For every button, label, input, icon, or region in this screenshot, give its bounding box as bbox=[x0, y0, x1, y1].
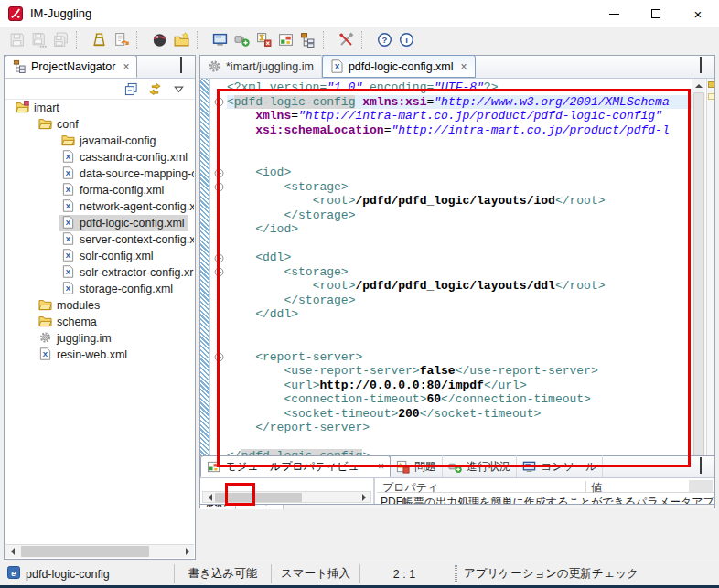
view-menu-icon[interactable] bbox=[169, 80, 188, 98]
module-list-hscrollbar[interactable] bbox=[202, 491, 371, 503]
column-value[interactable]: 値 bbox=[591, 480, 602, 496]
scrollbar-thumb[interactable] bbox=[693, 92, 704, 465]
scrollbar-thumb[interactable] bbox=[215, 493, 302, 502]
tree-item-juggling-im[interactable]: juggling.im bbox=[5, 330, 194, 347]
maximize-icon bbox=[180, 57, 182, 73]
link-with-editor-icon[interactable] bbox=[145, 80, 164, 98]
tab-progress[interactable]: 進行状況 bbox=[443, 455, 517, 477]
tab-console[interactable]: コンソール bbox=[517, 455, 603, 477]
code-line bbox=[227, 435, 692, 450]
tree-item-pdfd-logic-config-xml[interactable]: Xpdfd-logic-config.xml bbox=[5, 215, 194, 231]
tab-problems[interactable]: 問題 bbox=[391, 455, 443, 477]
close-icon[interactable]: × bbox=[378, 460, 384, 473]
occurrence-marker[interactable] bbox=[708, 93, 714, 100]
close-button[interactable]: × bbox=[677, 0, 719, 27]
collapse-all-icon[interactable] bbox=[122, 80, 140, 98]
module-status-icon[interactable] bbox=[252, 29, 274, 50]
column-property[interactable]: プロパティ bbox=[382, 480, 438, 496]
tab-pdfd-logic-config-xml[interactable]: X pdfd-logic-config.xml × bbox=[322, 55, 476, 78]
status-writable: 書き込み可能 bbox=[176, 561, 270, 586]
tree-item-modules[interactable]: modules bbox=[5, 297, 194, 314]
tree-item-data-source-mapping-c[interactable]: Xdata-source-mapping-c bbox=[5, 166, 194, 182]
scroll-up-icon[interactable] bbox=[692, 79, 705, 92]
code-line: </iod> bbox=[227, 222, 692, 237]
property-row[interactable]: PDF帳票の出力処理を簡単に作成することができるパラメータアプリケーションです bbox=[381, 495, 714, 504]
build-jar-icon[interactable] bbox=[88, 29, 110, 50]
scrollbar-thumb[interactable] bbox=[21, 546, 149, 557]
tools-icon[interactable] bbox=[335, 29, 357, 50]
maximize-icon bbox=[700, 457, 702, 474]
xml-source-editor[interactable]: <?xml version="1.0" encoding="UTF-8"?><p… bbox=[227, 79, 692, 478]
toolbar-separator bbox=[197, 31, 205, 49]
scroll-right-icon[interactable] bbox=[180, 545, 194, 558]
console-icon bbox=[522, 460, 536, 474]
tab-label: 進行状況 bbox=[467, 459, 510, 475]
tree-item-javamail-config[interactable]: javamail-config bbox=[5, 133, 194, 149]
status-divider bbox=[174, 564, 175, 583]
column-divider[interactable] bbox=[585, 481, 586, 492]
maximize-button[interactable] bbox=[635, 0, 677, 27]
maximize-view-button[interactable] bbox=[700, 59, 712, 69]
gear-icon bbox=[38, 331, 52, 347]
maximize-view-button[interactable] bbox=[180, 59, 192, 69]
xml-file-icon: X bbox=[61, 183, 75, 198]
tab-label: pdfd-logic-config.xml bbox=[349, 60, 454, 73]
tree-item-storage-config-xml[interactable]: Xstorage-config.xml bbox=[5, 281, 194, 297]
collapse-fold-icon[interactable] bbox=[214, 267, 224, 277]
code-line: <iod> bbox=[227, 166, 692, 180]
bottom-views-panel: モジュールプロパティビュー × 問題 進行状況 コンソール bbox=[199, 455, 715, 505]
juggling-ball-icon[interactable] bbox=[148, 29, 170, 50]
hierarchy-view-icon[interactable] bbox=[296, 29, 318, 50]
main-toolbar: ?i bbox=[0, 27, 719, 52]
connect-server-icon[interactable] bbox=[231, 29, 252, 50]
tab-imart-juggling-im[interactable]: *imart/juggling.im bbox=[200, 55, 322, 78]
minimize-view-button[interactable] bbox=[681, 460, 692, 470]
help-icon[interactable]: ? bbox=[373, 29, 395, 50]
maximize-view-button[interactable] bbox=[700, 460, 712, 470]
tree-item-solr-config-xml[interactable]: Xsolr-config.xml bbox=[5, 248, 194, 264]
console-monitor-icon[interactable] bbox=[209, 29, 231, 50]
minimize-view-button[interactable] bbox=[161, 59, 173, 69]
code-line bbox=[227, 137, 692, 152]
tree-item-resin-web-xml[interactable]: Xresin-web.xml bbox=[5, 347, 194, 363]
tab-module-property-view[interactable]: モジュールプロパティビュー × bbox=[200, 455, 391, 477]
maximize-icon bbox=[651, 9, 660, 18]
tree-item-cassandra-config-xml[interactable]: Xcassandra-config.xml bbox=[5, 149, 194, 166]
svg-text:X: X bbox=[66, 219, 71, 227]
close-icon[interactable]: × bbox=[461, 60, 467, 73]
tab-project-navigator[interactable]: ProjectNavigator × bbox=[5, 55, 137, 78]
minimize-view-button[interactable] bbox=[681, 59, 692, 69]
info-icon[interactable]: i bbox=[395, 29, 417, 50]
code-line bbox=[227, 322, 692, 337]
collapse-fold-icon[interactable] bbox=[214, 182, 224, 192]
image-view-icon[interactable] bbox=[274, 29, 296, 50]
scroll-right-icon[interactable] bbox=[357, 492, 370, 502]
collapse-fold-icon[interactable] bbox=[214, 168, 224, 178]
bottom-tabbar: モジュールプロパティビュー × 問題 進行状況 コンソール bbox=[200, 456, 714, 478]
application-window: IM-Juggling × ?i ProjectNavigator × imar… bbox=[0, 0, 719, 588]
tree-item-server-context-config-x[interactable]: Xserver-context-config.x bbox=[5, 231, 194, 248]
code-line: <pdfd-logic-config xmlns:xsi="http://www… bbox=[227, 95, 692, 110]
tree-item-solr-extractor-config-xr[interactable]: Xsolr-extractor-config.xr bbox=[5, 264, 194, 281]
collapse-fold-icon[interactable] bbox=[214, 97, 224, 107]
navigator-hscrollbar[interactable] bbox=[5, 544, 194, 558]
tree-item-forma-config-xml[interactable]: Xforma-config.xml bbox=[5, 182, 194, 198]
import-project-icon[interactable] bbox=[170, 29, 192, 50]
close-icon[interactable]: × bbox=[123, 60, 129, 73]
scroll-left-icon[interactable] bbox=[5, 545, 19, 558]
editor-vscrollbar[interactable] bbox=[692, 79, 705, 478]
collapse-fold-icon[interactable] bbox=[214, 352, 224, 362]
tree-item-imart[interactable]: imart bbox=[5, 100, 194, 116]
code-line: <socket-timeout>200</socket-timeout> bbox=[227, 407, 692, 422]
tree-item-network-agent-config-x[interactable]: Xnetwork-agent-config.x bbox=[5, 198, 194, 215]
sync-config-icon[interactable] bbox=[110, 29, 132, 50]
tree-item-conf[interactable]: conf bbox=[5, 116, 194, 133]
svg-text:X: X bbox=[66, 284, 71, 293]
status-drag-grip[interactable] bbox=[455, 565, 457, 583]
code-line: <use-report-server>false</use-report-ser… bbox=[227, 364, 692, 379]
status-update-check: アプリケーションの更新チェック bbox=[464, 561, 639, 586]
collapse-fold-icon[interactable] bbox=[214, 253, 224, 263]
tree-item-schema[interactable]: schema bbox=[5, 314, 194, 330]
occurrence-marker[interactable] bbox=[708, 81, 714, 88]
minimize-button[interactable] bbox=[593, 0, 635, 27]
